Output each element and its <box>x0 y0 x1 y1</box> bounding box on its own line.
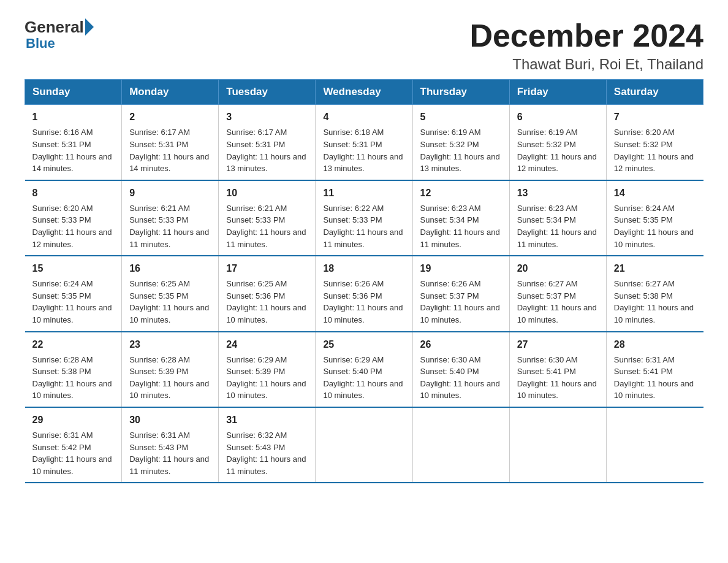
day-cell: 6 Sunrise: 6:19 AMSunset: 5:32 PMDayligh… <box>509 105 606 180</box>
day-number: 6 <box>517 110 599 124</box>
day-cell: 15 Sunrise: 6:24 AMSunset: 5:35 PMDaylig… <box>25 256 122 331</box>
day-number: 28 <box>614 337 696 351</box>
header-tuesday: Tuesday <box>219 80 316 105</box>
day-info: Sunrise: 6:28 AMSunset: 5:39 PMDaylight:… <box>129 355 209 400</box>
day-info: Sunrise: 6:31 AMSunset: 5:41 PMDaylight:… <box>614 355 694 400</box>
day-cell: 23 Sunrise: 6:28 AMSunset: 5:39 PMDaylig… <box>122 332 219 407</box>
month-year-heading: December 2024 <box>469 18 703 53</box>
day-number: 18 <box>323 261 404 275</box>
day-info: Sunrise: 6:20 AMSunset: 5:33 PMDaylight:… <box>32 204 112 249</box>
logo-blue-text: Blue <box>26 36 55 51</box>
day-cell: 18 Sunrise: 6:26 AMSunset: 5:36 PMDaylig… <box>316 256 412 331</box>
day-cell: 4 Sunrise: 6:18 AMSunset: 5:31 PMDayligh… <box>316 105 412 180</box>
day-number: 16 <box>129 261 211 275</box>
day-cell: 16 Sunrise: 6:25 AMSunset: 5:35 PMDaylig… <box>122 256 219 331</box>
day-info: Sunrise: 6:21 AMSunset: 5:33 PMDaylight:… <box>226 204 306 249</box>
day-number: 24 <box>226 337 308 351</box>
day-number: 26 <box>420 337 502 351</box>
day-cell: 10 Sunrise: 6:21 AMSunset: 5:33 PMDaylig… <box>219 180 316 256</box>
day-number: 21 <box>614 261 696 275</box>
day-info: Sunrise: 6:19 AMSunset: 5:32 PMDaylight:… <box>420 128 500 173</box>
day-number: 25 <box>323 337 404 351</box>
day-info: Sunrise: 6:32 AMSunset: 5:43 PMDaylight:… <box>226 431 306 476</box>
day-number: 13 <box>517 186 599 200</box>
location-heading: Thawat Buri, Roi Et, Thailand <box>469 56 703 73</box>
header-friday: Friday <box>509 80 606 105</box>
day-info: Sunrise: 6:27 AMSunset: 5:37 PMDaylight:… <box>517 279 597 324</box>
day-number: 4 <box>323 110 404 124</box>
day-number: 12 <box>420 186 502 200</box>
week-row-5: 29 Sunrise: 6:31 AMSunset: 5:42 PMDaylig… <box>25 407 703 483</box>
day-cell: 12 Sunrise: 6:23 AMSunset: 5:34 PMDaylig… <box>412 180 509 256</box>
day-info: Sunrise: 6:30 AMSunset: 5:40 PMDaylight:… <box>420 355 500 400</box>
day-info: Sunrise: 6:30 AMSunset: 5:41 PMDaylight:… <box>517 355 597 400</box>
week-row-1: 1 Sunrise: 6:16 AMSunset: 5:31 PMDayligh… <box>25 105 703 180</box>
day-info: Sunrise: 6:24 AMSunset: 5:35 PMDaylight:… <box>32 279 112 324</box>
day-number: 29 <box>32 413 115 427</box>
day-cell: 11 Sunrise: 6:22 AMSunset: 5:33 PMDaylig… <box>316 180 412 256</box>
day-cell: 26 Sunrise: 6:30 AMSunset: 5:40 PMDaylig… <box>412 332 509 407</box>
day-cell: 22 Sunrise: 6:28 AMSunset: 5:38 PMDaylig… <box>25 332 122 407</box>
logo: General Blue <box>25 18 95 52</box>
day-info: Sunrise: 6:29 AMSunset: 5:39 PMDaylight:… <box>226 355 306 400</box>
day-info: Sunrise: 6:31 AMSunset: 5:43 PMDaylight:… <box>129 431 209 476</box>
day-info: Sunrise: 6:31 AMSunset: 5:42 PMDaylight:… <box>32 431 112 476</box>
day-number: 20 <box>517 261 599 275</box>
day-cell: 2 Sunrise: 6:17 AMSunset: 5:31 PMDayligh… <box>122 105 219 180</box>
day-number: 14 <box>614 186 696 200</box>
day-cell: 24 Sunrise: 6:29 AMSunset: 5:39 PMDaylig… <box>219 332 316 407</box>
day-number: 15 <box>32 261 115 275</box>
day-number: 30 <box>129 413 211 427</box>
day-info: Sunrise: 6:23 AMSunset: 5:34 PMDaylight:… <box>420 204 500 249</box>
day-number: 27 <box>517 337 599 351</box>
day-cell: 5 Sunrise: 6:19 AMSunset: 5:32 PMDayligh… <box>412 105 509 180</box>
day-cell <box>509 407 606 483</box>
day-cell: 8 Sunrise: 6:20 AMSunset: 5:33 PMDayligh… <box>25 180 122 256</box>
header-thursday: Thursday <box>412 80 509 105</box>
day-info: Sunrise: 6:17 AMSunset: 5:31 PMDaylight:… <box>129 128 209 173</box>
day-info: Sunrise: 6:25 AMSunset: 5:36 PMDaylight:… <box>226 279 306 324</box>
week-row-3: 15 Sunrise: 6:24 AMSunset: 5:35 PMDaylig… <box>25 256 703 331</box>
logo-general-text: General <box>25 19 84 35</box>
calendar-header-row: SundayMondayTuesdayWednesdayThursdayFrid… <box>25 80 703 105</box>
day-info: Sunrise: 6:22 AMSunset: 5:33 PMDaylight:… <box>323 204 403 249</box>
day-info: Sunrise: 6:26 AMSunset: 5:36 PMDaylight:… <box>323 279 403 324</box>
day-info: Sunrise: 6:27 AMSunset: 5:38 PMDaylight:… <box>614 279 694 324</box>
day-info: Sunrise: 6:23 AMSunset: 5:34 PMDaylight:… <box>517 204 597 249</box>
day-number: 22 <box>32 337 115 351</box>
page-header: General Blue December 2024 Thawat Buri, … <box>25 18 703 73</box>
day-number: 10 <box>226 186 308 200</box>
day-info: Sunrise: 6:21 AMSunset: 5:33 PMDaylight:… <box>129 204 209 249</box>
day-number: 8 <box>32 186 115 200</box>
header-monday: Monday <box>122 80 219 105</box>
day-info: Sunrise: 6:16 AMSunset: 5:31 PMDaylight:… <box>32 128 112 173</box>
day-info: Sunrise: 6:24 AMSunset: 5:35 PMDaylight:… <box>614 204 694 249</box>
day-cell: 17 Sunrise: 6:25 AMSunset: 5:36 PMDaylig… <box>219 256 316 331</box>
week-row-4: 22 Sunrise: 6:28 AMSunset: 5:38 PMDaylig… <box>25 332 703 407</box>
day-cell: 3 Sunrise: 6:17 AMSunset: 5:31 PMDayligh… <box>219 105 316 180</box>
day-info: Sunrise: 6:17 AMSunset: 5:31 PMDaylight:… <box>226 128 306 173</box>
day-cell: 28 Sunrise: 6:31 AMSunset: 5:41 PMDaylig… <box>606 332 703 407</box>
day-number: 5 <box>420 110 502 124</box>
day-number: 19 <box>420 261 502 275</box>
day-cell: 27 Sunrise: 6:30 AMSunset: 5:41 PMDaylig… <box>509 332 606 407</box>
header-saturday: Saturday <box>606 80 703 105</box>
day-info: Sunrise: 6:26 AMSunset: 5:37 PMDaylight:… <box>420 279 500 324</box>
day-number: 2 <box>129 110 211 124</box>
day-number: 1 <box>32 110 115 124</box>
day-number: 3 <box>226 110 308 124</box>
day-cell: 1 Sunrise: 6:16 AMSunset: 5:31 PMDayligh… <box>25 105 122 180</box>
day-info: Sunrise: 6:25 AMSunset: 5:35 PMDaylight:… <box>129 279 209 324</box>
day-cell: 9 Sunrise: 6:21 AMSunset: 5:33 PMDayligh… <box>122 180 219 256</box>
day-info: Sunrise: 6:18 AMSunset: 5:31 PMDaylight:… <box>323 128 403 173</box>
day-number: 11 <box>323 186 404 200</box>
day-cell: 19 Sunrise: 6:26 AMSunset: 5:37 PMDaylig… <box>412 256 509 331</box>
day-number: 9 <box>129 186 211 200</box>
calendar-table: SundayMondayTuesdayWednesdayThursdayFrid… <box>25 79 703 483</box>
day-cell: 31 Sunrise: 6:32 AMSunset: 5:43 PMDaylig… <box>219 407 316 483</box>
month-title: December 2024 Thawat Buri, Roi Et, Thail… <box>469 18 703 73</box>
day-info: Sunrise: 6:29 AMSunset: 5:40 PMDaylight:… <box>323 355 403 400</box>
header-sunday: Sunday <box>25 80 122 105</box>
day-cell: 20 Sunrise: 6:27 AMSunset: 5:37 PMDaylig… <box>509 256 606 331</box>
day-info: Sunrise: 6:19 AMSunset: 5:32 PMDaylight:… <box>517 128 597 173</box>
